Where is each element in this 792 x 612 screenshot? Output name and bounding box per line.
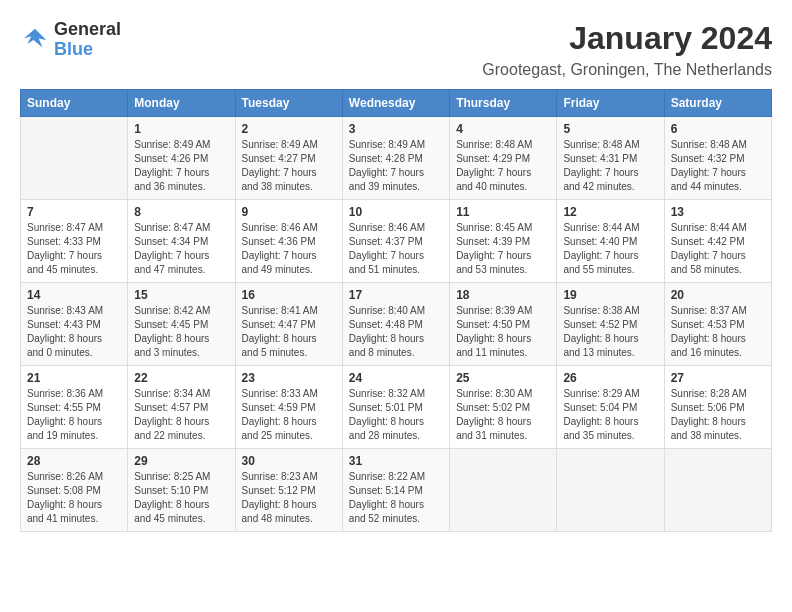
calendar-cell: 9Sunrise: 8:46 AM Sunset: 4:36 PM Daylig… [235, 200, 342, 283]
day-info: Sunrise: 8:48 AM Sunset: 4:29 PM Dayligh… [456, 138, 550, 194]
day-number: 17 [349, 288, 443, 302]
day-info: Sunrise: 8:47 AM Sunset: 4:34 PM Dayligh… [134, 221, 228, 277]
day-number: 7 [27, 205, 121, 219]
day-number: 29 [134, 454, 228, 468]
day-info: Sunrise: 8:49 AM Sunset: 4:28 PM Dayligh… [349, 138, 443, 194]
calendar-cell: 13Sunrise: 8:44 AM Sunset: 4:42 PM Dayli… [664, 200, 771, 283]
day-info: Sunrise: 8:48 AM Sunset: 4:32 PM Dayligh… [671, 138, 765, 194]
logo-line2: Blue [54, 40, 121, 60]
calendar-cell: 28Sunrise: 8:26 AM Sunset: 5:08 PM Dayli… [21, 449, 128, 532]
day-number: 10 [349, 205, 443, 219]
calendar-cell: 18Sunrise: 8:39 AM Sunset: 4:50 PM Dayli… [450, 283, 557, 366]
day-info: Sunrise: 8:46 AM Sunset: 4:36 PM Dayligh… [242, 221, 336, 277]
calendar-cell: 26Sunrise: 8:29 AM Sunset: 5:04 PM Dayli… [557, 366, 664, 449]
calendar-week-row: 28Sunrise: 8:26 AM Sunset: 5:08 PM Dayli… [21, 449, 772, 532]
calendar-cell: 6Sunrise: 8:48 AM Sunset: 4:32 PM Daylig… [664, 117, 771, 200]
day-info: Sunrise: 8:44 AM Sunset: 4:40 PM Dayligh… [563, 221, 657, 277]
svg-marker-0 [24, 29, 47, 48]
weekday-header: Monday [128, 90, 235, 117]
month-title: January 2024 [482, 20, 772, 57]
day-number: 27 [671, 371, 765, 385]
day-info: Sunrise: 8:34 AM Sunset: 4:57 PM Dayligh… [134, 387, 228, 443]
weekday-header: Friday [557, 90, 664, 117]
day-info: Sunrise: 8:36 AM Sunset: 4:55 PM Dayligh… [27, 387, 121, 443]
calendar-cell: 7Sunrise: 8:47 AM Sunset: 4:33 PM Daylig… [21, 200, 128, 283]
calendar-table: SundayMondayTuesdayWednesdayThursdayFrid… [20, 89, 772, 532]
calendar-cell: 4Sunrise: 8:48 AM Sunset: 4:29 PM Daylig… [450, 117, 557, 200]
day-number: 25 [456, 371, 550, 385]
calendar-cell: 19Sunrise: 8:38 AM Sunset: 4:52 PM Dayli… [557, 283, 664, 366]
calendar-cell: 8Sunrise: 8:47 AM Sunset: 4:34 PM Daylig… [128, 200, 235, 283]
day-info: Sunrise: 8:37 AM Sunset: 4:53 PM Dayligh… [671, 304, 765, 360]
calendar-cell: 29Sunrise: 8:25 AM Sunset: 5:10 PM Dayli… [128, 449, 235, 532]
day-number: 31 [349, 454, 443, 468]
day-number: 18 [456, 288, 550, 302]
day-number: 24 [349, 371, 443, 385]
calendar-cell: 3Sunrise: 8:49 AM Sunset: 4:28 PM Daylig… [342, 117, 449, 200]
calendar-week-row: 21Sunrise: 8:36 AM Sunset: 4:55 PM Dayli… [21, 366, 772, 449]
day-info: Sunrise: 8:29 AM Sunset: 5:04 PM Dayligh… [563, 387, 657, 443]
day-number: 22 [134, 371, 228, 385]
day-number: 12 [563, 205, 657, 219]
logo-icon [20, 25, 50, 55]
day-info: Sunrise: 8:41 AM Sunset: 4:47 PM Dayligh… [242, 304, 336, 360]
calendar-cell: 5Sunrise: 8:48 AM Sunset: 4:31 PM Daylig… [557, 117, 664, 200]
day-number: 8 [134, 205, 228, 219]
day-info: Sunrise: 8:45 AM Sunset: 4:39 PM Dayligh… [456, 221, 550, 277]
day-info: Sunrise: 8:49 AM Sunset: 4:27 PM Dayligh… [242, 138, 336, 194]
day-info: Sunrise: 8:22 AM Sunset: 5:14 PM Dayligh… [349, 470, 443, 526]
day-number: 5 [563, 122, 657, 136]
logo-text: General Blue [54, 20, 121, 60]
calendar-cell: 16Sunrise: 8:41 AM Sunset: 4:47 PM Dayli… [235, 283, 342, 366]
day-number: 9 [242, 205, 336, 219]
weekday-header: Tuesday [235, 90, 342, 117]
calendar-cell: 22Sunrise: 8:34 AM Sunset: 4:57 PM Dayli… [128, 366, 235, 449]
day-info: Sunrise: 8:30 AM Sunset: 5:02 PM Dayligh… [456, 387, 550, 443]
day-info: Sunrise: 8:40 AM Sunset: 4:48 PM Dayligh… [349, 304, 443, 360]
day-info: Sunrise: 8:49 AM Sunset: 4:26 PM Dayligh… [134, 138, 228, 194]
day-info: Sunrise: 8:42 AM Sunset: 4:45 PM Dayligh… [134, 304, 228, 360]
day-number: 30 [242, 454, 336, 468]
calendar-cell: 11Sunrise: 8:45 AM Sunset: 4:39 PM Dayli… [450, 200, 557, 283]
day-number: 2 [242, 122, 336, 136]
day-number: 15 [134, 288, 228, 302]
day-info: Sunrise: 8:25 AM Sunset: 5:10 PM Dayligh… [134, 470, 228, 526]
day-number: 13 [671, 205, 765, 219]
calendar-cell: 21Sunrise: 8:36 AM Sunset: 4:55 PM Dayli… [21, 366, 128, 449]
day-number: 6 [671, 122, 765, 136]
calendar-cell [664, 449, 771, 532]
day-number: 19 [563, 288, 657, 302]
calendar-cell: 31Sunrise: 8:22 AM Sunset: 5:14 PM Dayli… [342, 449, 449, 532]
calendar-cell: 30Sunrise: 8:23 AM Sunset: 5:12 PM Dayli… [235, 449, 342, 532]
weekday-header: Wednesday [342, 90, 449, 117]
page-header: General Blue January 2024 Grootegast, Gr… [20, 20, 772, 79]
day-number: 3 [349, 122, 443, 136]
day-number: 4 [456, 122, 550, 136]
calendar-week-row: 7Sunrise: 8:47 AM Sunset: 4:33 PM Daylig… [21, 200, 772, 283]
day-info: Sunrise: 8:26 AM Sunset: 5:08 PM Dayligh… [27, 470, 121, 526]
title-section: January 2024 Grootegast, Groningen, The … [482, 20, 772, 79]
calendar-cell: 20Sunrise: 8:37 AM Sunset: 4:53 PM Dayli… [664, 283, 771, 366]
calendar-week-row: 1Sunrise: 8:49 AM Sunset: 4:26 PM Daylig… [21, 117, 772, 200]
day-number: 16 [242, 288, 336, 302]
day-info: Sunrise: 8:28 AM Sunset: 5:06 PM Dayligh… [671, 387, 765, 443]
calendar-cell: 2Sunrise: 8:49 AM Sunset: 4:27 PM Daylig… [235, 117, 342, 200]
day-info: Sunrise: 8:38 AM Sunset: 4:52 PM Dayligh… [563, 304, 657, 360]
location-title: Grootegast, Groningen, The Netherlands [482, 61, 772, 79]
day-number: 14 [27, 288, 121, 302]
weekday-header: Sunday [21, 90, 128, 117]
calendar-cell: 14Sunrise: 8:43 AM Sunset: 4:43 PM Dayli… [21, 283, 128, 366]
day-info: Sunrise: 8:46 AM Sunset: 4:37 PM Dayligh… [349, 221, 443, 277]
weekday-header: Saturday [664, 90, 771, 117]
calendar-header-row: SundayMondayTuesdayWednesdayThursdayFrid… [21, 90, 772, 117]
calendar-cell: 12Sunrise: 8:44 AM Sunset: 4:40 PM Dayli… [557, 200, 664, 283]
calendar-cell: 10Sunrise: 8:46 AM Sunset: 4:37 PM Dayli… [342, 200, 449, 283]
weekday-header: Thursday [450, 90, 557, 117]
day-number: 26 [563, 371, 657, 385]
day-number: 21 [27, 371, 121, 385]
day-info: Sunrise: 8:44 AM Sunset: 4:42 PM Dayligh… [671, 221, 765, 277]
calendar-cell: 1Sunrise: 8:49 AM Sunset: 4:26 PM Daylig… [128, 117, 235, 200]
logo-line1: General [54, 20, 121, 40]
day-number: 1 [134, 122, 228, 136]
calendar-cell: 24Sunrise: 8:32 AM Sunset: 5:01 PM Dayli… [342, 366, 449, 449]
